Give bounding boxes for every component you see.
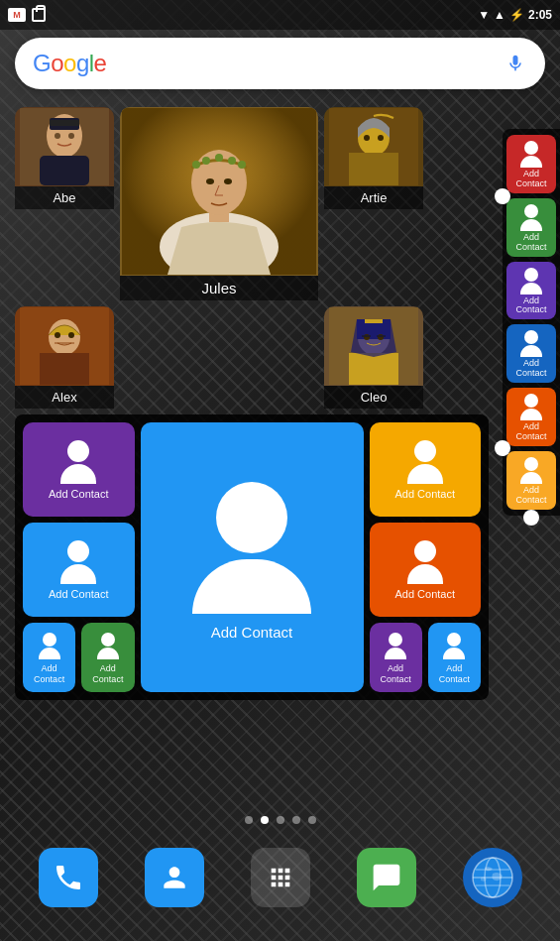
add-contact-yellow[interactable]: Add Contact [370,422,482,517]
svg-rect-26 [40,353,89,385]
add-contact-label: Add Contact [394,588,455,601]
person-head [67,440,89,462]
add-contact-left-col: Add Contact Add Contact [23,422,135,692]
person-body [520,283,542,294]
google-logo: Google [33,50,504,77]
dock-messages[interactable] [357,848,416,907]
dot-5 [308,816,316,824]
jules-portrait [122,108,316,275]
svg-point-34 [364,334,370,340]
artie-label: Artie [324,186,423,209]
sidebar-btn-blue[interactable]: Add Contact [506,324,556,383]
dock-phone[interactable] [39,848,98,907]
add-contact-blue1[interactable]: Add Contact [23,523,135,617]
add-contact-label: Add Contact [27,663,71,685]
jules-label: Jules [120,276,318,300]
signal-icon: ▼ [478,8,490,22]
svg-point-16 [238,161,246,169]
status-left-icons: M [8,8,46,22]
contacts-icon [159,862,190,893]
svg-rect-21 [349,153,398,185]
mic-icon[interactable] [504,52,527,75]
shop-icon [32,8,46,22]
status-bar: M ▼ ▲ ⚡ 2:05 [0,0,560,30]
google-logo-g2: g [76,50,89,76]
person-head [389,633,402,647]
dock-apps[interactable] [251,848,310,907]
abe-label: Abe [15,186,114,209]
dock-browser[interactable] [463,848,522,907]
contacts-top-row: Abe [15,107,489,300]
dot-4 [292,816,300,824]
sidebar-btn-yellow[interactable]: Add Contact [506,451,556,510]
person-icon [520,457,542,484]
person-head [524,268,538,282]
person-icon-large [192,482,311,614]
cleo-label: Cleo [324,386,423,409]
sidebar-btn-label: Add Contact [508,422,554,442]
dot-1 [245,816,253,824]
add-contact-blue3[interactable]: Add Contact [428,623,481,692]
sidebar-handle-bottom2 [523,510,539,526]
svg-point-17 [206,178,214,184]
add-contact-purple[interactable]: Add Contact [23,422,135,517]
dots-indicator [0,816,560,824]
person-body-large [192,559,311,614]
person-icon [60,540,96,584]
contact-abe[interactable]: Abe [15,107,114,300]
add-contact-right-bottom: Add Contact Add Contact [370,623,482,692]
sidebar-handle-bottom [495,440,510,456]
add-contact-center[interactable]: Add Contact [141,422,364,692]
sidebar-btn-label: Add Contact [508,359,554,379]
person-icon [39,633,60,659]
svg-point-23 [378,135,384,141]
add-contact-green[interactable]: Add Contact [81,623,134,692]
jules-spacer [120,306,318,409]
person-head [101,633,115,647]
contact-jules[interactable]: Jules [120,107,318,300]
sidebar-btn-green[interactable]: Add Contact [506,198,556,257]
dot-3 [277,816,284,824]
svg-rect-31 [349,353,398,385]
add-contact-right-col: Add Contact Add Contact [370,422,482,692]
alex-portrait [20,307,109,385]
dock-contacts[interactable] [145,848,204,907]
apps-icon [267,864,294,891]
svg-point-13 [202,157,210,165]
contact-cleo[interactable]: Cleo [324,306,423,409]
contacts-bottom-row: Alex [15,306,489,409]
person-head [414,440,436,462]
sidebar-btn-orange[interactable]: Add Contact [506,388,556,446]
sidebar-btn-purple[interactable]: Add Contact [506,262,556,320]
person-icon [520,141,542,168]
add-contact-orange[interactable]: Add Contact [370,523,482,617]
contact-alex[interactable]: Alex [15,306,114,409]
svg-point-14 [215,154,223,162]
contacts-area: Abe [15,107,489,700]
svg-point-5 [68,133,74,139]
add-contact-purple2[interactable]: Add Contact [370,623,422,692]
time-display: 2:05 [528,8,552,22]
sidebar-btn-label: Add Contact [508,233,554,253]
person-body [60,464,96,484]
google-search-bar[interactable]: Google [15,38,545,89]
person-icon [407,440,443,484]
svg-point-27 [55,332,60,338]
person-head [524,330,538,344]
person-head [524,141,538,155]
person-body [520,409,542,420]
battery-icon: ⚡ [509,8,524,22]
svg-point-35 [378,334,384,340]
add-contact-label: Add Contact [49,488,109,501]
person-icon [443,633,465,659]
person-icon [520,330,542,357]
sidebar-btn-red[interactable]: Add Contact [506,135,556,193]
svg-point-12 [192,161,200,169]
cleo-portrait [329,307,418,385]
google-logo-e: e [94,50,107,76]
add-contact-blue2[interactable]: Add Contact [23,623,75,692]
person-body [520,156,542,168]
person-body [60,564,96,584]
artie-portrait [329,108,418,185]
contact-artie[interactable]: Artie [324,107,423,300]
